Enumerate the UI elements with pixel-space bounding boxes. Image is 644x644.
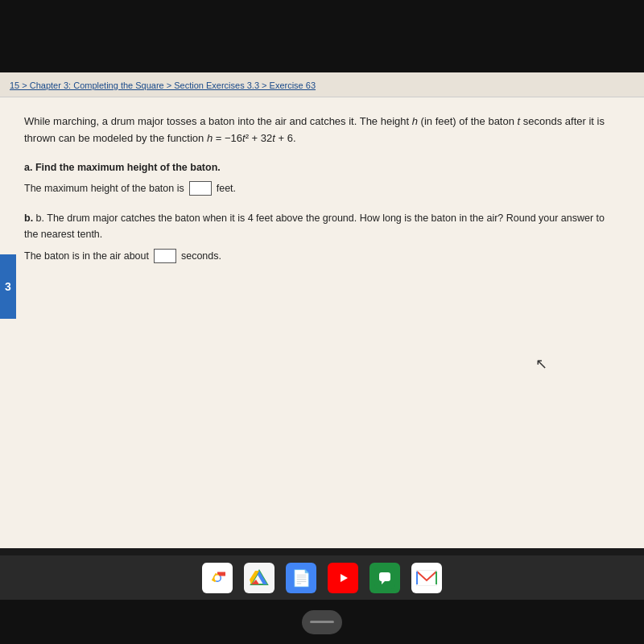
- problem-description: While marching, a drum major tosses a ba…: [24, 114, 620, 147]
- youtube-icon[interactable]: [328, 563, 358, 593]
- part-b-section: b. b. The drum major catches the baton w…: [24, 210, 620, 263]
- taskbar: 📄: [0, 555, 644, 600]
- bottom-bar: [0, 600, 644, 644]
- gmail-icon[interactable]: [411, 563, 442, 593]
- screen: 15 > Chapter 3: Completing the Square > …: [0, 72, 644, 547]
- part-a-input[interactable]: [189, 181, 212, 196]
- part-a-prefix: The maximum height of the baton is: [24, 183, 184, 194]
- part-b-answer-line: The baton is in the air about seconds.: [24, 249, 620, 263]
- section-marker: 3: [0, 254, 16, 319]
- chrome-icon[interactable]: [202, 563, 233, 593]
- svg-rect-9: [379, 572, 390, 581]
- svg-marker-4: [258, 571, 267, 584]
- svg-rect-11: [416, 570, 437, 586]
- part-b-input[interactable]: [154, 249, 176, 263]
- breadcrumb-bar: 15 > Chapter 3: Completing the Square > …: [0, 72, 644, 97]
- content-area: While marching, a drum major tosses a ba…: [0, 97, 644, 548]
- top-black-bar: [0, 0, 644, 72]
- section-number: 3: [5, 280, 11, 293]
- hangouts-icon[interactable]: [369, 563, 400, 593]
- docs-icon[interactable]: 📄: [286, 563, 316, 593]
- part-a-suffix: feet.: [217, 183, 236, 194]
- part-b-suffix: seconds.: [181, 250, 221, 262]
- part-a-answer-line: The maximum height of the baton is feet.: [24, 181, 620, 196]
- part-b-label: b. b. The drum major catches the baton w…: [24, 210, 620, 242]
- home-button[interactable]: [302, 610, 342, 634]
- breadcrumb[interactable]: 15 > Chapter 3: Completing the Square > …: [10, 80, 316, 90]
- cursor: ↖: [535, 355, 547, 373]
- part-b-prefix: The baton is in the air about: [24, 250, 149, 262]
- part-a-label: a. Find the maximum height of the baton.: [24, 162, 620, 173]
- drive-icon[interactable]: [244, 563, 275, 593]
- svg-point-1: [215, 575, 221, 580]
